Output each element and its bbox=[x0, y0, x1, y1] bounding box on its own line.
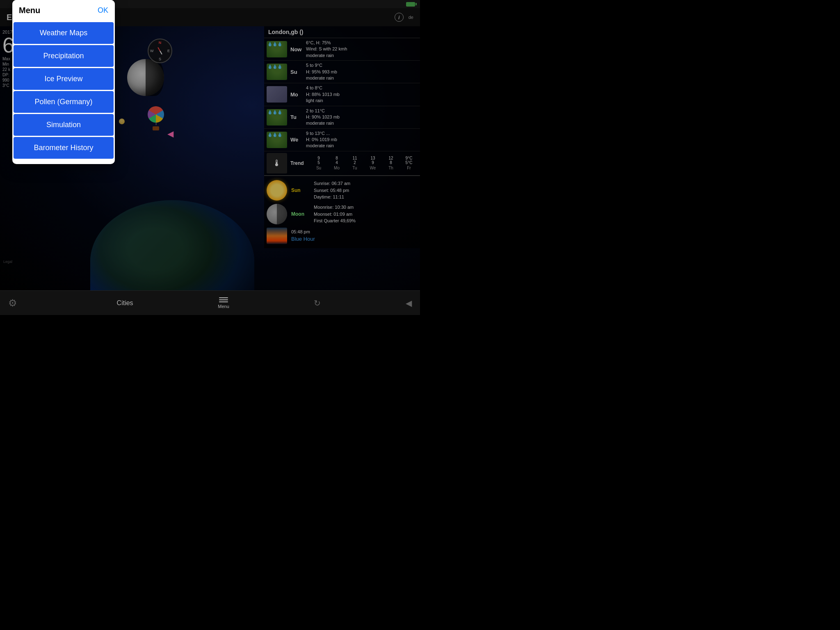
menu-item-barometer-history[interactable]: Barometer History bbox=[14, 137, 114, 159]
menu-item-ice-preview[interactable]: Ice Preview bbox=[14, 68, 114, 90]
menu-item-pollen-germany[interactable]: Pollen (Germany) bbox=[14, 91, 114, 113]
menu-header: Menu OK bbox=[12, 0, 115, 21]
menu-item-weather-maps[interactable]: Weather Maps bbox=[14, 22, 114, 44]
menu-panel: Menu OK Weather Maps Precipitation Ice P… bbox=[12, 0, 115, 164]
menu-item-precipitation[interactable]: Precipitation bbox=[14, 45, 114, 67]
menu-ok-button[interactable]: OK bbox=[98, 6, 108, 15]
menu-overlay: Menu OK Weather Maps Precipitation Ice P… bbox=[0, 0, 420, 315]
menu-item-simulation[interactable]: Simulation bbox=[14, 114, 114, 136]
menu-title: Menu bbox=[19, 6, 40, 15]
